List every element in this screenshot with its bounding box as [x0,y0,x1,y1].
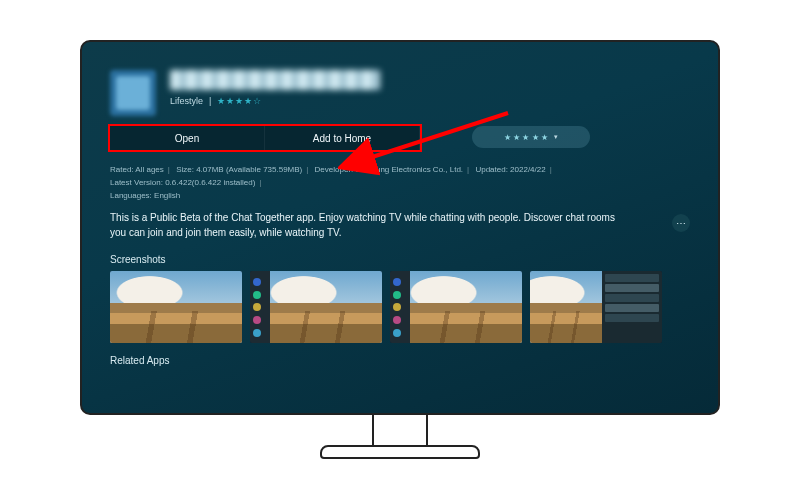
app-detail-screen: Lifestyle | ★★★★☆ Open Add to Home ★ ★ ★… [82,42,718,376]
related-apps-heading: Related Apps [110,355,690,366]
meta-rated: Rated: All ages [110,165,164,174]
screenshot-image [530,271,602,343]
divider: | [209,96,211,106]
action-row: Open Add to Home ★ ★ ★ ★ ★ ▾ [110,126,690,150]
category-label: Lifestyle [170,96,203,106]
screenshots-heading: Screenshots [110,254,690,265]
description-row: This is a Public Beta of the Chat Togeth… [110,210,690,240]
settings-panel-mock [602,271,662,343]
app-meta: Lifestyle | ★★★★☆ [170,96,380,106]
app-title-blurred [170,70,380,90]
screenshot-thumb[interactable] [390,271,522,343]
screenshot-thumb[interactable] [250,271,382,343]
screenshots-row[interactable] [110,271,690,343]
screenshot-image [410,271,522,343]
chevron-down-icon: ▾ [554,133,558,141]
chat-sidebar-mock [250,271,270,343]
more-button[interactable]: ⋯ [672,214,690,232]
meta-languages: Languages: English [110,191,180,200]
meta-developer: Developer: Samsung Electronics Co., Ltd. [315,165,464,174]
app-metadata: Rated: All ages| Size: 4.07MB (Available… [110,164,690,202]
meta-updated: Updated: 2022/4/22 [475,165,545,174]
app-icon [110,70,156,116]
app-description: This is a Public Beta of the Chat Togeth… [110,210,630,240]
tv-monitor-frame: Lifestyle | ★★★★☆ Open Add to Home ★ ★ ★… [80,40,720,415]
screenshot-thumb[interactable] [110,271,242,343]
chat-sidebar-mock [390,271,410,343]
open-button[interactable]: Open [110,126,265,150]
monitor-stand-base [320,445,480,459]
star-rating: ★★★★☆ [217,96,262,106]
app-title-block: Lifestyle | ★★★★☆ [170,70,380,106]
screenshot-image [110,271,242,343]
meta-size: Size: 4.07MB (Available 735.59MB) [176,165,302,174]
rating-pill-stars: ★ ★ ★ ★ ★ [504,133,548,142]
screenshot-thumb[interactable] [530,271,662,343]
monitor-stand-neck [372,415,428,445]
meta-latest: Latest Version: 0.6.422(0.6.422 installe… [110,178,255,187]
rating-dropdown[interactable]: ★ ★ ★ ★ ★ ▾ [472,126,590,148]
screenshot-image [270,271,382,343]
add-to-home-button[interactable]: Add to Home [265,126,420,150]
app-header: Lifestyle | ★★★★☆ [110,70,690,116]
